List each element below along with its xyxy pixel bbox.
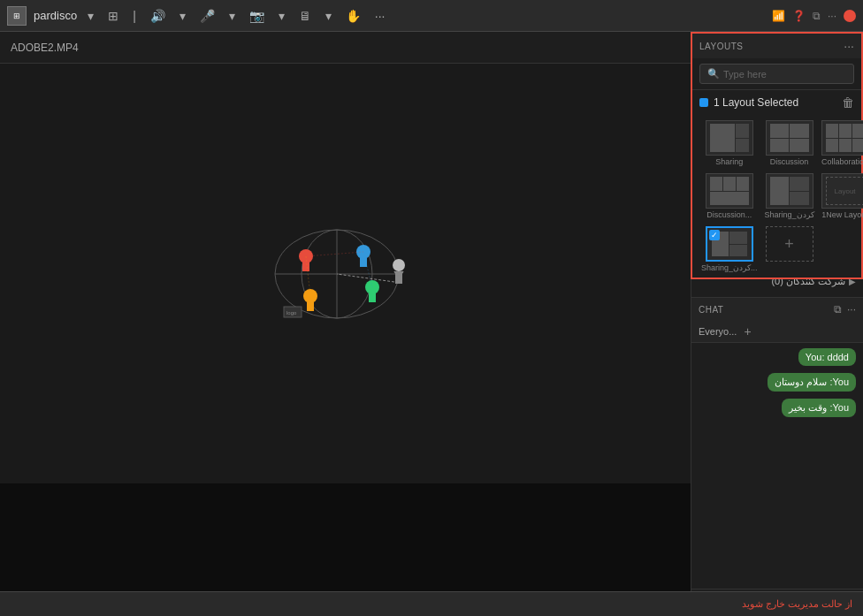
- layout-thumb-selected: ✓: [706, 226, 753, 262]
- top-bar-right: 📶 ❓ ⧉ ···: [772, 10, 856, 22]
- layouts-panel: LAYOUTS ··· 🔍 1 Layout Selected 🗑: [691, 32, 863, 279]
- layout-item-selected[interactable]: ✓ Sharing_کردن...: [699, 224, 760, 274]
- more-icon[interactable]: ···: [371, 7, 389, 25]
- chat-more-icon[interactable]: ···: [847, 303, 856, 316]
- screen-icon[interactable]: 🖥: [295, 7, 315, 25]
- layout-thumb-sharing: [706, 120, 753, 156]
- chat-message-2: You: سلام دوستان: [699, 373, 856, 392]
- svg-line-16: [337, 274, 394, 282]
- chat-expand-icon[interactable]: ⧉: [834, 303, 842, 316]
- chat-title: CHAT: [699, 305, 723, 315]
- svg-line-19: [306, 252, 363, 256]
- chat-bubble-3: You: وقت بخیر: [782, 399, 856, 417]
- volume-icon[interactable]: 🔊: [147, 7, 169, 25]
- layout-label-collaboration: Collaboration: [821, 157, 863, 166]
- presentation-image: logo: [204, 186, 487, 362]
- svg-point-12: [393, 259, 405, 271]
- svg-text:logo: logo: [286, 310, 297, 316]
- top-bar-left: ⊞ pardisco ▾ ⊞ | 🔊 ▾ 🎤 ▾ 📷 ▾ 🖥 ▾ ✋ ···: [7, 6, 388, 26]
- layout-label-discussion2: Discussion...: [706, 210, 752, 219]
- layouts-title: LAYOUTS: [699, 42, 743, 51]
- layout-thumb-new: Layout: [821, 173, 863, 209]
- app-logo: ⊞: [7, 6, 27, 26]
- layout-thumb-collaboration: [821, 120, 863, 156]
- layout-item-discussion2[interactable]: Discussion...: [699, 171, 760, 221]
- layout-label-new: 1New Layout: [821, 210, 863, 219]
- window-icon[interactable]: ⧉: [813, 10, 821, 22]
- chat-section-icons: ⧉ ···: [834, 303, 856, 316]
- volume-dropdown[interactable]: ▾: [176, 7, 189, 25]
- layout-thumb-sharing2: [766, 173, 813, 209]
- chat-tab-everyone[interactable]: Everyo...: [699, 326, 737, 337]
- main-content: logo ▶ 0:00/1:13 🔊: [0, 64, 863, 616]
- add-icon: +: [784, 235, 794, 254]
- layout-item-add[interactable]: +: [763, 224, 816, 274]
- signal-icon: 📶: [772, 10, 785, 22]
- selected-text: 1 Layout Selected: [714, 96, 798, 109]
- add-chat-tab[interactable]: +: [744, 324, 751, 338]
- search-container: 🔍: [699, 64, 854, 84]
- layouts-search: 🔍: [692, 58, 861, 90]
- bottom-bar: از حالت مدیریت خارج شوید: [0, 591, 863, 616]
- layouts-more-icon[interactable]: ···: [844, 39, 854, 53]
- camera-icon[interactable]: 📷: [246, 7, 268, 25]
- file-name: ADOBE2.MP4: [11, 42, 79, 54]
- screen-dropdown[interactable]: ▾: [322, 7, 335, 25]
- more-options-icon[interactable]: ···: [828, 10, 836, 22]
- layout-item-new[interactable]: Layout 1New Layout: [820, 171, 863, 221]
- chat-section-header: CHAT ⧉ ···: [691, 298, 863, 321]
- layout-label-sharing: Sharing: [715, 157, 743, 166]
- search-icon: 🔍: [707, 68, 720, 80]
- selected-indicator: 1 Layout Selected: [699, 96, 798, 109]
- hand-icon[interactable]: ✋: [342, 7, 364, 25]
- chat-message-3: You: وقت بخیر: [699, 399, 856, 417]
- layout-item-sharing2[interactable]: Sharing_کردن: [763, 171, 816, 221]
- mic-dropdown[interactable]: ▾: [225, 7, 239, 25]
- svg-rect-11: [307, 302, 314, 311]
- presenter-illustration: logo: [257, 208, 434, 340]
- layout-label-discussion: Discussion: [770, 157, 809, 166]
- chat-content: You: dddd You: سلام دوستان You: وقت بخیر: [691, 343, 863, 589]
- top-bar: ⊞ pardisco ▾ ⊞ | 🔊 ▾ 🎤 ▾ 📷 ▾ 🖥 ▾ ✋ ··· 📶…: [0, 0, 863, 32]
- delete-layout-icon[interactable]: 🗑: [842, 95, 854, 110]
- layout-item-sharing[interactable]: Sharing: [699, 118, 760, 168]
- layout-thumb-discussion2: [706, 173, 753, 209]
- chat-bubble-2: You: سلام دوستان: [768, 373, 856, 392]
- layout-item-discussion[interactable]: Discussion: [763, 118, 816, 168]
- layouts-grid: Sharing Discussion: [692, 115, 861, 278]
- camera-dropdown[interactable]: ▾: [275, 7, 288, 25]
- svg-rect-5: [302, 262, 309, 271]
- close-button[interactable]: [844, 10, 856, 22]
- layout-search-input[interactable]: [723, 69, 846, 80]
- grid-icon[interactable]: ⊞: [104, 7, 122, 25]
- chat-section: CHAT ⧉ ··· Everyo... + You: dddd You: سل…: [691, 298, 863, 616]
- help-icon[interactable]: ❓: [792, 10, 806, 22]
- selected-dot: [699, 98, 708, 107]
- svg-rect-9: [369, 293, 376, 302]
- app-name: pardisco: [34, 9, 77, 22]
- video-main: logo: [0, 64, 691, 483]
- status-text[interactable]: از حالت مدیریت خارج شوید: [742, 598, 852, 610]
- layouts-selected-bar: 1 Layout Selected 🗑: [692, 90, 861, 115]
- layout-label-selected: Sharing_کردن...: [701, 263, 758, 272]
- video-area: logo ▶ 0:00/1:13 🔊: [0, 64, 691, 616]
- chat-bubble-1: You: dddd: [798, 348, 856, 366]
- mic-icon[interactable]: 🎤: [196, 7, 218, 25]
- layout-item-collaboration[interactable]: Collaboration: [820, 118, 863, 168]
- chat-tabs: Everyo... +: [691, 321, 863, 343]
- dropdown-icon[interactable]: ▾: [84, 7, 97, 25]
- chat-message-1: You: dddd: [699, 348, 856, 366]
- separator: |: [129, 7, 140, 25]
- layout-label-sharing2: Sharing_کردن: [765, 210, 814, 219]
- layout-thumb-discussion: [766, 120, 813, 156]
- layouts-header: LAYOUTS ···: [692, 34, 861, 58]
- layout-thumb-add: +: [766, 226, 813, 262]
- layout-check-mark: ✓: [709, 230, 720, 240]
